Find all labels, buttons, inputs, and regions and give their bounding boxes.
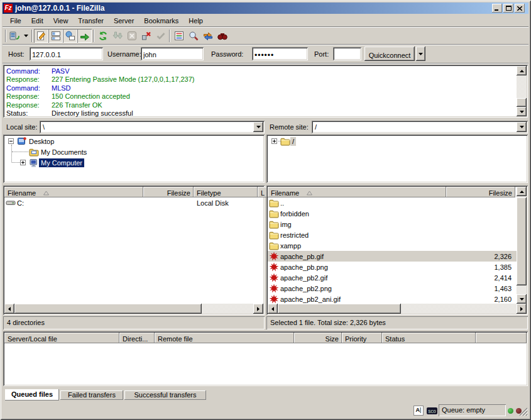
speed-limit-icon[interactable]: SCO <box>427 407 437 414</box>
find-files-button[interactable] <box>215 29 229 43</box>
column-header-filetype[interactable]: Filetype <box>194 187 258 197</box>
column-header-filename[interactable]: Filename <box>4 187 143 197</box>
scroll-thumb[interactable] <box>517 98 527 107</box>
file-row[interactable]: .. <box>268 197 517 208</box>
port-input[interactable] <box>333 47 361 60</box>
scroll-down-button[interactable] <box>517 107 527 116</box>
tab-queued-files[interactable]: Queued files <box>5 389 59 401</box>
maximize-button[interactable] <box>503 4 513 13</box>
column-header-filesize[interactable]: Filesize <box>143 187 194 197</box>
file-row[interactable]: apache_pb.png1,385 <box>268 262 517 272</box>
queue-column-status[interactable]: Status <box>382 333 476 343</box>
toggle-local-tree-button[interactable] <box>48 29 63 43</box>
username-input[interactable] <box>141 47 204 60</box>
scroll-right-button[interactable] <box>253 304 263 314</box>
file-row[interactable]: xampp <box>268 240 517 251</box>
local-site-label: Local site: <box>6 123 38 131</box>
reconnect-button[interactable] <box>153 29 168 43</box>
site-manager-button[interactable] <box>8 29 22 43</box>
scroll-thumb[interactable] <box>517 197 527 285</box>
log-line-label: Response: <box>6 75 52 83</box>
host-input[interactable] <box>30 47 103 60</box>
file-row[interactable]: apache_pb2.png1,463 <box>268 283 517 294</box>
log-scrollbar[interactable] <box>517 66 527 116</box>
remote-site-dropdown-arrow[interactable] <box>517 122 527 132</box>
quickconnect-button[interactable]: Quickconnect <box>364 47 415 61</box>
file-row[interactable]: apache_pb2.gif2,414 <box>268 272 517 283</box>
disconnect-button[interactable] <box>139 29 153 43</box>
toggle-transfer-queue-button[interactable] <box>77 29 92 43</box>
quickconnect-dropdown[interactable] <box>416 47 425 61</box>
toggle-remote-tree-button[interactable] <box>63 29 77 43</box>
expand-icon[interactable] <box>271 138 277 144</box>
synchronized-browsing-button[interactable] <box>200 29 215 43</box>
tree-item[interactable]: My Computer <box>3 157 263 168</box>
resize-grip[interactable] <box>519 407 528 416</box>
tree-item[interactable]: / <box>266 136 527 146</box>
menu-bookmarks[interactable]: Bookmarks <box>139 16 183 26</box>
menu-server[interactable]: Server <box>109 16 139 26</box>
folder-icon <box>269 219 279 229</box>
queue-column-label: Status <box>385 335 405 343</box>
file-row[interactable]: apache_pb2_ani.gif2,160 <box>268 294 517 304</box>
queue-column-remotefile[interactable]: Remote file <box>155 333 294 343</box>
file-row[interactable]: forbidden <box>268 208 517 219</box>
remote-site-combo[interactable]: / <box>312 121 528 133</box>
queue-column-size[interactable]: Size <box>294 333 342 343</box>
queue-column-directi[interactable]: Directi... <box>119 333 155 343</box>
menu-edit[interactable]: Edit <box>26 16 48 26</box>
sort-ascending-icon <box>36 189 49 197</box>
cancel-operation-button[interactable] <box>124 29 139 43</box>
process-queue-button[interactable] <box>110 29 124 43</box>
file-name: apache_pb.gif <box>279 253 324 260</box>
minimize-button[interactable] <box>492 4 502 13</box>
queue-column-serverlocalfile[interactable]: Server/Local file <box>4 333 119 343</box>
column-header-filesize[interactable]: Filesize <box>446 187 515 197</box>
log-line-label: Command: <box>6 67 52 75</box>
menu-view[interactable]: View <box>48 16 74 26</box>
collapse-icon[interactable] <box>8 138 14 144</box>
transfer-type-icon[interactable]: A| <box>413 406 424 416</box>
remote-hscrollbar[interactable] <box>268 304 527 314</box>
log-line-text: 150 Connection accepted <box>52 92 130 100</box>
scroll-left-button[interactable] <box>268 304 278 314</box>
remote-vscrollbar[interactable] <box>517 187 527 304</box>
scroll-down-button[interactable] <box>517 294 527 304</box>
file-row[interactable]: img <box>268 219 517 229</box>
site-manager-dropdown[interactable] <box>22 29 30 43</box>
log-line-label: Response: <box>6 101 52 109</box>
tree-item[interactable]: Desktop <box>3 136 263 146</box>
toggle-message-log-button[interactable] <box>34 29 48 43</box>
tree-item-label: Desktop <box>27 137 56 146</box>
app-icon[interactable]: Fz <box>4 4 13 13</box>
tab-failed-transfers[interactable]: Failed transfers <box>60 390 123 400</box>
file-row[interactable]: restricted <box>268 229 517 240</box>
expand-icon[interactable] <box>20 160 26 165</box>
menu-transfer[interactable]: Transfer <box>73 16 109 26</box>
scroll-up-button[interactable] <box>517 187 527 196</box>
file-row[interactable]: C:Local Disk <box>4 197 263 208</box>
queue-column-priority[interactable]: Priority <box>342 333 382 343</box>
menu-help[interactable]: Help <box>183 16 208 26</box>
log-line: Response:227 Entering Passive Mode (127,… <box>6 75 194 84</box>
password-input[interactable] <box>252 47 308 60</box>
tree-item-label: / <box>290 137 296 146</box>
local-hscrollbar[interactable] <box>4 304 263 314</box>
menu-file[interactable]: File <box>5 16 26 26</box>
column-header-filename[interactable]: Filename <box>268 187 446 197</box>
tree-item[interactable]: My Documents <box>3 146 263 157</box>
close-button[interactable] <box>515 4 525 13</box>
filter-button[interactable] <box>172 29 186 43</box>
directory-comparison-button[interactable] <box>186 29 200 43</box>
local-site-dropdown-arrow[interactable] <box>253 122 263 132</box>
scroll-right-button[interactable] <box>517 304 527 314</box>
scroll-up-button[interactable] <box>517 66 527 75</box>
tab-successful-transfers[interactable]: Successful transfers <box>124 390 206 400</box>
local-site-combo[interactable]: \ <box>40 121 265 133</box>
refresh-button[interactable] <box>96 29 110 43</box>
file-size: 2,414 <box>474 274 512 282</box>
file-row[interactable]: apache_pb.gif2,326 <box>268 251 517 262</box>
scroll-left-button[interactable] <box>4 304 14 314</box>
scroll-thumb[interactable] <box>14 304 202 314</box>
scroll-thumb[interactable] <box>278 304 401 314</box>
